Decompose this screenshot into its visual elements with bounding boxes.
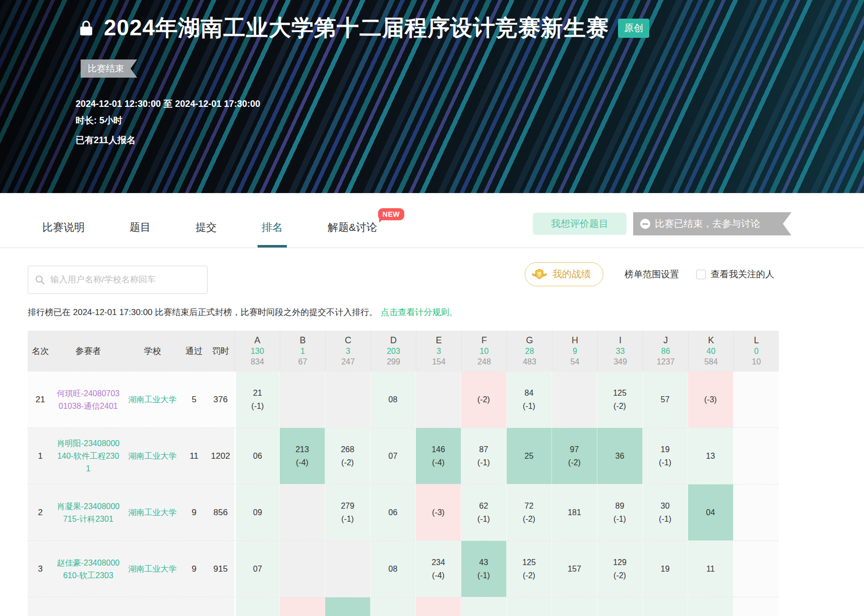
go-discuss-label: 比赛已结束，去参与讨论 xyxy=(655,217,760,230)
problem-cell-H: 97(-2) xyxy=(552,428,597,484)
ranking-table: 名次 参赛者 学校 通过 罚时 A130834B167C3247D203299E… xyxy=(28,331,779,616)
problem-cell-K: 04 xyxy=(688,484,733,540)
problem-cell-I xyxy=(597,597,643,616)
school-link[interactable]: 湖南工业大学 xyxy=(127,394,179,406)
notice-text: 排行榜已在 2024-12-01 17:30:00 比赛结束后正式封榜，比赛时间… xyxy=(28,307,378,317)
problem-submitted-count: 1237 xyxy=(657,356,675,367)
scoring-rule-link[interactable]: 点击查看计分规则。 xyxy=(381,307,458,317)
cell-score: 89 xyxy=(615,500,625,513)
problem-letter: C xyxy=(345,335,351,346)
school-link[interactable]: 湖南工业大学 xyxy=(127,563,179,575)
school-link[interactable]: 湖南工业大学 xyxy=(127,450,179,462)
cell-penalty: (-2) xyxy=(613,400,626,413)
tab-list: 比赛说明题目提交排名解题&讨论NEW xyxy=(41,220,378,248)
problem-letter: H xyxy=(572,335,578,346)
cell-score: 129 xyxy=(613,556,627,569)
problem-cell-D: 08 xyxy=(371,372,416,427)
my-result-label: 我的战绩 xyxy=(552,268,591,281)
participant-link[interactable]: 肖明阳-23408000140-软件工程2301 xyxy=(53,437,124,475)
problem-letter: E xyxy=(436,335,442,346)
header-problem-E[interactable]: E3154 xyxy=(416,331,461,371)
search-input[interactable] xyxy=(50,275,201,285)
school-cell: 湖南工业大学 xyxy=(124,428,181,484)
registered-count: 已有211人报名 xyxy=(76,134,136,146)
table-row: 2肖凝果-23408000715-计科2301湖南工业大学985609279(-… xyxy=(28,484,779,540)
problem-submitted-count: 483 xyxy=(523,356,536,367)
tab-排名[interactable]: 排名 xyxy=(261,220,284,248)
problem-cell-F xyxy=(461,597,507,616)
header-problem-L[interactable]: L010 xyxy=(733,331,779,371)
problem-cell-C: 268(-2) xyxy=(325,428,371,484)
rank-cell: 3 xyxy=(28,541,53,597)
header-problem-H[interactable]: H954 xyxy=(552,331,597,371)
tab-解题&讨论[interactable]: 解题&讨论NEW xyxy=(327,220,378,248)
problem-letter: J xyxy=(663,335,668,346)
problem-letter: I xyxy=(619,335,622,346)
cell-penalty: (-1) xyxy=(523,400,535,413)
cell-penalty: (-1) xyxy=(477,456,490,469)
cell-penalty: (-2) xyxy=(341,456,354,469)
header-problem-B[interactable]: B167 xyxy=(280,331,325,371)
header-problem-C[interactable]: C3247 xyxy=(325,331,371,371)
header-problem-G[interactable]: G28483 xyxy=(507,331,552,371)
page-title: 2024年湖南工业大学第十二届程序设计竞赛新生赛 xyxy=(104,13,609,43)
participant-cell: 何琪旺-2408070301038-通信2401 xyxy=(53,372,124,427)
evaluate-problems-button[interactable]: 我想评价题目 xyxy=(533,213,627,235)
problem-submitted-count: 349 xyxy=(613,356,627,367)
header-school: 学校 xyxy=(124,331,181,371)
problem-accepted-count: 3 xyxy=(437,346,441,356)
problem-accepted-count: 9 xyxy=(573,346,577,356)
school-cell: 湖南工业大学 xyxy=(124,541,181,597)
problem-cell-J xyxy=(643,597,688,616)
cell-score: 181 xyxy=(568,506,581,519)
problem-submitted-count: 834 xyxy=(251,356,264,367)
problem-cell-C xyxy=(325,541,371,597)
penalty-cell: 856 xyxy=(207,484,234,540)
header-problem-F[interactable]: F10248 xyxy=(461,331,507,371)
cell-penalty: (-3) xyxy=(432,506,445,519)
cell-score: 07 xyxy=(253,563,262,576)
medal-icon xyxy=(531,268,547,280)
my-result-button[interactable]: 我的战绩 xyxy=(525,262,603,286)
follow-checkbox[interactable] xyxy=(696,270,706,279)
table-row: 胡家兴-234080 xyxy=(28,597,779,616)
problem-cell-C xyxy=(325,597,371,616)
cell-penalty: (-2) xyxy=(523,569,535,582)
header-rank: 名次 xyxy=(28,331,53,371)
cell-score: 43 xyxy=(479,556,488,569)
problem-cell-B xyxy=(280,541,325,597)
rank-cell: 21 xyxy=(28,372,53,427)
participant-link[interactable]: 何琪旺-2408070301038-通信2401 xyxy=(53,387,124,412)
header-problem-J[interactable]: J861237 xyxy=(643,331,688,371)
problem-accepted-count: 40 xyxy=(707,346,716,356)
header-problem-A[interactable]: A130834 xyxy=(234,331,280,371)
rank-cell: 1 xyxy=(28,428,53,484)
problem-cell-I: 129(-2) xyxy=(597,541,643,597)
participant-link[interactable]: 肖凝果-23408000715-计科2301 xyxy=(53,500,124,525)
lock-icon xyxy=(77,19,96,38)
header-problem-D[interactable]: D203299 xyxy=(371,331,416,371)
go-discuss-button[interactable]: 比赛已结束，去参与讨论 xyxy=(633,212,791,235)
problem-cell-G: 72(-2) xyxy=(507,484,552,540)
follow-checkbox-label: 查看我关注的人 xyxy=(711,268,774,280)
cell-score: 09 xyxy=(253,506,262,519)
solved-cell xyxy=(181,597,207,616)
tab-题目[interactable]: 题目 xyxy=(129,220,152,248)
problem-cell-K: 13 xyxy=(688,428,733,484)
problem-accepted-count: 86 xyxy=(661,346,670,356)
participant-link[interactable]: 赵佳豪-23408000610-软工2303 xyxy=(53,557,124,582)
tab-提交[interactable]: 提交 xyxy=(195,220,218,248)
tab-比赛说明[interactable]: 比赛说明 xyxy=(41,220,86,248)
header-problem-I[interactable]: I33349 xyxy=(597,331,643,371)
cell-score: 25 xyxy=(525,450,534,463)
problem-cell-E xyxy=(416,597,461,616)
problem-accepted-count: 28 xyxy=(525,346,534,356)
cell-score: 72 xyxy=(525,500,534,513)
header-problem-K[interactable]: K40584 xyxy=(688,331,733,371)
problem-accepted-count: 0 xyxy=(754,346,759,356)
cell-score: 213 xyxy=(295,443,309,456)
search-icon xyxy=(34,274,45,285)
header-solved: 通过 xyxy=(181,331,207,371)
school-link[interactable]: 湖南工业大学 xyxy=(127,507,179,519)
range-setting-link[interactable]: 榜单范围设置 xyxy=(625,262,679,286)
